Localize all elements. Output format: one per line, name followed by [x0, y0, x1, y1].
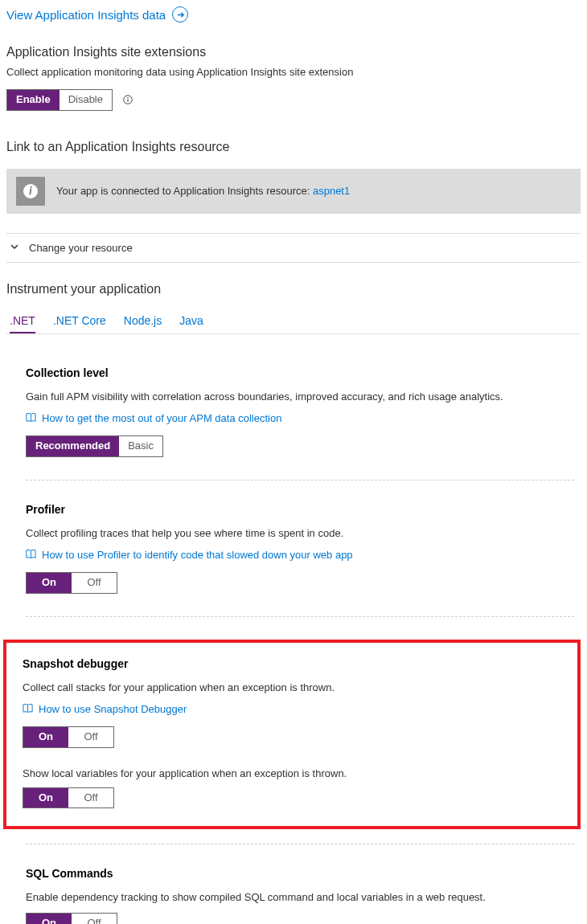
sql-off-button[interactable]: Off	[72, 914, 117, 924]
sql-desc: Enable dependency tracking to show compi…	[26, 891, 574, 903]
sql-toggle: On Off	[26, 913, 117, 924]
view-insights-label: View Application Insights data	[6, 8, 166, 22]
profiler-panel: Profiler Collect profiling traces that h…	[26, 503, 574, 616]
profiler-doc-label: How to use Profiler to identify code tha…	[42, 549, 353, 561]
change-resource-expander[interactable]: Change your resource	[6, 233, 581, 263]
svg-point-1	[127, 96, 128, 97]
banner-text: Your app is connected to Application Ins…	[56, 185, 350, 197]
collection-level-doc-link[interactable]: How to get the most out of your APM data…	[26, 412, 574, 424]
divider	[26, 844, 574, 844]
enable-button[interactable]: Enable	[7, 90, 60, 110]
sql-on-button[interactable]: On	[27, 914, 72, 924]
recommended-button[interactable]: Recommended	[27, 436, 119, 456]
site-extensions-desc: Collect application monitoring data usin…	[6, 66, 581, 78]
collection-level-desc: Gain full APM visibility with correlatio…	[26, 390, 574, 403]
snapshot-panel: Snapshot debugger Collect call stacks fo…	[23, 657, 561, 809]
profiler-toggle: On Off	[26, 572, 117, 594]
tab-java[interactable]: Java	[179, 314, 203, 333]
view-insights-link[interactable]: View Application Insights data	[6, 6, 581, 22]
sql-panel: SQL Commands Enable dependency tracking …	[26, 867, 574, 924]
snapshot-doc-link[interactable]: How to use Snapshot Debugger	[23, 703, 561, 715]
collection-level-doc-label: How to get the most out of your APM data…	[42, 412, 281, 424]
snapshot-desc: Collect call stacks for your application…	[23, 681, 561, 693]
profiler-desc: Collect profiling traces that help you s…	[26, 527, 574, 539]
resource-banner: i Your app is connected to Application I…	[6, 169, 581, 214]
language-tabs: .NET .NET Core Node.js Java	[6, 314, 581, 334]
book-icon	[26, 412, 37, 423]
svg-rect-2	[127, 99, 128, 102]
snapshot-localvars-off-button[interactable]: Off	[68, 788, 113, 808]
chevron-down-icon	[10, 242, 21, 253]
snapshot-off-button[interactable]: Off	[68, 727, 113, 747]
snapshot-localvars-on-button[interactable]: On	[23, 788, 68, 808]
snapshot-on-button[interactable]: On	[23, 727, 68, 747]
snapshot-localvars-toggle: On Off	[23, 787, 114, 809]
sql-title: SQL Commands	[26, 867, 574, 880]
site-extensions-toggle: Enable Disable	[6, 89, 113, 111]
snapshot-title: Snapshot debugger	[23, 657, 561, 670]
tab-nodejs[interactable]: Node.js	[124, 314, 162, 333]
snapshot-toggle: On Off	[23, 726, 114, 748]
banner-prefix: Your app is connected to Application Ins…	[56, 185, 313, 197]
instrument-title: Instrument your application	[6, 282, 581, 296]
divider	[26, 616, 574, 617]
profiler-on-button[interactable]: On	[27, 573, 72, 593]
tab-dotnet[interactable]: .NET	[10, 314, 35, 333]
disable-button[interactable]: Disable	[60, 90, 112, 110]
snapshot-highlight: Snapshot debugger Collect call stacks fo…	[3, 640, 581, 830]
resource-name-link[interactable]: aspnet1	[313, 185, 350, 197]
tab-dotnet-core[interactable]: .NET Core	[53, 314, 106, 333]
collection-level-panel: Collection level Gain full APM visibilit…	[26, 366, 574, 480]
profiler-off-button[interactable]: Off	[72, 573, 117, 593]
link-resource-title: Link to an Application Insights resource	[6, 140, 581, 154]
site-extensions-title: Application Insights site extensions	[6, 45, 581, 59]
basic-button[interactable]: Basic	[119, 436, 162, 456]
info-icon[interactable]	[122, 94, 135, 107]
collection-level-toggle: Recommended Basic	[26, 435, 163, 457]
snapshot-localvars-label: Show local variables for your applicatio…	[23, 767, 561, 779]
collection-level-title: Collection level	[26, 366, 574, 379]
book-icon	[26, 549, 37, 560]
profiler-doc-link[interactable]: How to use Profiler to identify code tha…	[26, 549, 574, 561]
profiler-title: Profiler	[26, 503, 574, 516]
arrow-right-circle-icon	[172, 6, 188, 22]
book-icon	[23, 703, 34, 714]
change-resource-label: Change your resource	[29, 242, 133, 254]
divider	[26, 480, 574, 480]
info-banner-icon: i	[16, 177, 45, 206]
snapshot-doc-label: How to use Snapshot Debugger	[39, 703, 187, 715]
